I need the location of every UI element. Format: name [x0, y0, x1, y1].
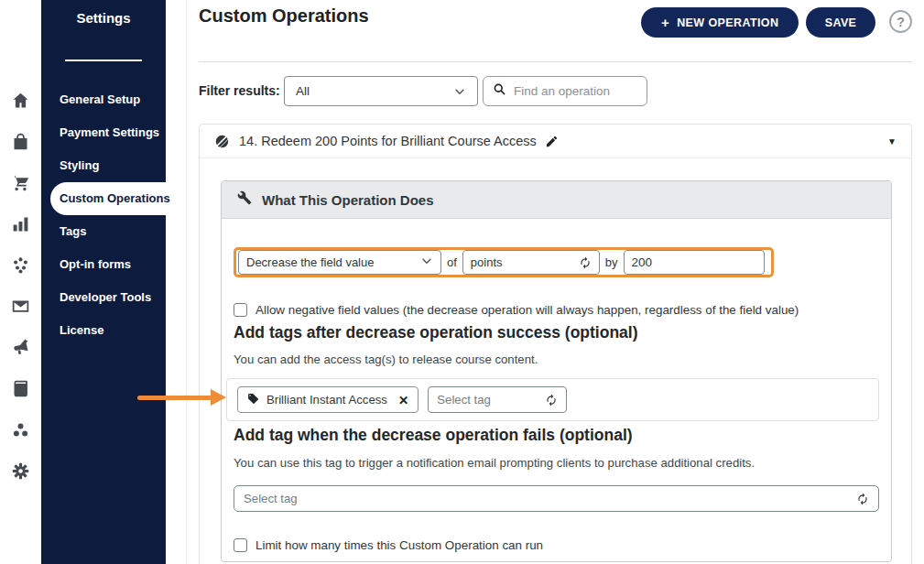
fail-section-heading: Add tag when the decrease operation fail… [234, 426, 876, 445]
header-divider [199, 61, 912, 62]
admin-icon-rail [0, 0, 41, 564]
filter-dropdown[interactable]: All [284, 76, 478, 106]
sidebar-title: Settings [41, 0, 166, 26]
sidebar-item-custom-operations[interactable]: Custom Operations [50, 182, 166, 215]
operation-type-value: Decrease the field value [246, 255, 374, 269]
success-section-heading: Add tags after decrease operation succes… [234, 323, 876, 342]
bar-chart-icon[interactable] [11, 214, 30, 233]
limit-run-row: Limit how many times this Custom Operati… [234, 538, 876, 552]
main-content: Custom Operations + NEW OPERATION SAVE ?… [166, 0, 924, 564]
sidebar-divider [65, 60, 142, 61]
limit-run-checkbox[interactable] [234, 538, 247, 552]
fail-select-tag-placeholder: Select tag [244, 492, 298, 505]
chevron-down-icon [420, 255, 433, 270]
tag-icon [247, 393, 259, 407]
allow-negative-row: Allow negative field values (the decreas… [234, 303, 876, 317]
sidebar-nav: General Setup Payment Settings Styling C… [41, 83, 166, 347]
collapse-caret-icon[interactable]: ▼ [887, 136, 897, 146]
operation-title: 14. Redeem 200 Points for Brilliant Cour… [239, 134, 537, 148]
remove-tag-icon[interactable]: ✕ [398, 393, 408, 407]
operation-panel-title: What This Operation Does [262, 192, 434, 208]
success-select-tag[interactable]: Select tag [428, 386, 567, 413]
page-title: Custom Operations [199, 5, 369, 27]
users-icon[interactable] [11, 420, 30, 439]
new-operation-label: NEW OPERATION [677, 16, 778, 29]
action-definition-box: Decrease the field value of points by 20… [234, 247, 774, 277]
operation-accordion: 14. Redeem 200 Points for Brilliant Cour… [199, 124, 912, 564]
plus-icon: + [661, 15, 669, 30]
allow-negative-label: Allow negative field values (the decreas… [255, 303, 799, 317]
megaphone-icon[interactable] [11, 338, 30, 357]
sidebar-item-styling[interactable]: Styling [41, 149, 166, 182]
field-select[interactable]: points [462, 250, 600, 275]
sync-icon[interactable] [579, 256, 592, 269]
book-icon[interactable] [11, 379, 30, 398]
by-label: by [605, 255, 618, 269]
operation-panel-header: What This Operation Does [222, 181, 891, 219]
operation-panel-body: Decrease the field value of points by 20… [222, 219, 891, 552]
limit-run-label: Limit how many times this Custom Operati… [255, 538, 543, 552]
custom-operations-page: Settings General Setup Payment Settings … [0, 0, 924, 564]
sidebar-item-tags[interactable]: Tags [41, 215, 166, 248]
success-select-tag-placeholder: Select tag [437, 393, 491, 407]
filter-results-label: Filter results: [199, 76, 280, 106]
operation-type-select[interactable]: Decrease the field value [238, 250, 441, 275]
operation-accordion-header[interactable]: 14. Redeem 200 Points for Brilliant Cour… [200, 125, 911, 158]
mail-icon[interactable] [11, 297, 30, 316]
success-section-description: You can add the access tag(s) to release… [234, 352, 876, 366]
edit-pencil-icon[interactable] [545, 135, 559, 148]
tag-chip-label: Brilliant Instant Access [266, 393, 387, 407]
wrench-icon [237, 190, 252, 209]
operation-status-icon [214, 134, 230, 149]
amount-input[interactable]: 200 [624, 250, 765, 275]
sync-icon[interactable] [545, 394, 558, 407]
bag-icon[interactable] [11, 132, 30, 151]
fail-select-tag[interactable]: Select tag [234, 485, 879, 512]
content-left-rule [186, 0, 187, 564]
allow-negative-checkbox[interactable] [234, 303, 247, 317]
of-label: of [447, 255, 457, 269]
home-icon[interactable] [11, 91, 30, 110]
gear-icon[interactable] [11, 461, 30, 481]
sidebar-item-general-setup[interactable]: General Setup [41, 83, 166, 116]
cart-icon[interactable] [11, 173, 30, 192]
success-tags-container: Brilliant Instant Access ✕ Select tag [226, 378, 879, 421]
sync-icon[interactable] [856, 493, 869, 505]
search-icon [493, 82, 506, 100]
sidebar-item-developer-tools[interactable]: Developer Tools [41, 281, 166, 314]
help-icon[interactable]: ? [889, 10, 912, 33]
search-input[interactable] [514, 84, 637, 98]
save-button[interactable]: SAVE [806, 7, 875, 38]
group-icon[interactable] [11, 255, 30, 275]
chevron-down-icon [453, 85, 466, 98]
filter-dropdown-value: All [296, 84, 310, 98]
new-operation-button[interactable]: + NEW OPERATION [641, 7, 799, 38]
sidebar-item-payment-settings[interactable]: Payment Settings [41, 116, 166, 149]
settings-sidebar: Settings General Setup Payment Settings … [41, 0, 166, 564]
sidebar-item-opt-in-forms[interactable]: Opt-in forms [41, 248, 166, 281]
tag-chip[interactable]: Brilliant Instant Access ✕ [237, 386, 419, 413]
operation-panel: What This Operation Does Decrease the fi… [221, 180, 892, 562]
fail-section-description: You can use this tag to trigger a notifi… [234, 456, 876, 470]
operation-search[interactable] [483, 76, 647, 106]
sidebar-item-license[interactable]: License [41, 314, 166, 347]
field-select-value: points [471, 255, 503, 269]
